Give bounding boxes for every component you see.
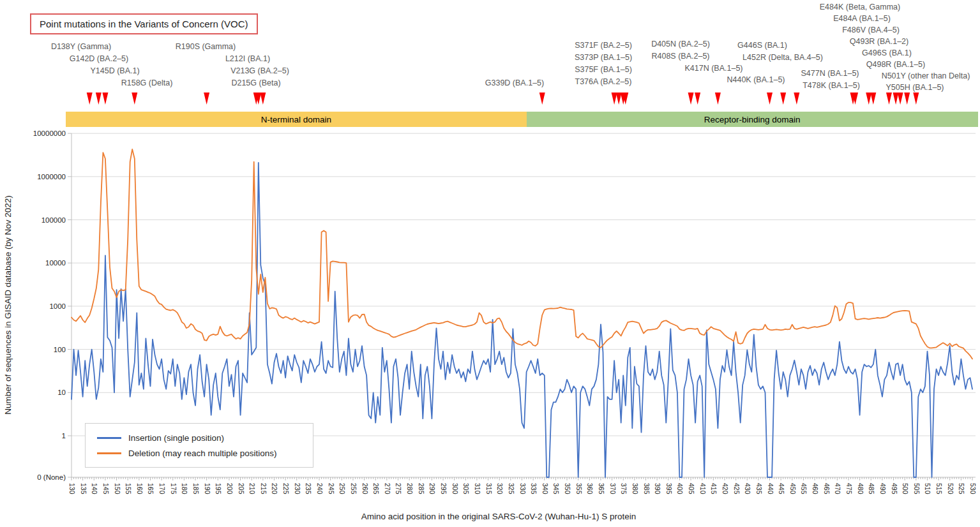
domain-bar-rbd: Receptor-binding domain (527, 112, 978, 127)
legend-item-deletion: Deletion (may reach multiple positions) (97, 449, 313, 458)
x-tick-label: 485 (868, 483, 875, 494)
x-tick-label: 465 (823, 483, 831, 494)
mutation-label: E484A (BA.1–5) (833, 14, 891, 23)
x-tick-label: 130 (68, 483, 76, 494)
x-tick-label: 440 (767, 483, 774, 494)
mutation-arrow-icon (898, 93, 903, 105)
x-tick-label: 340 (541, 483, 549, 494)
mutation-label: G339D (BA.1–5) (485, 78, 544, 87)
x-tick-label: 135 (80, 483, 87, 494)
x-tick-label: 180 (181, 483, 188, 494)
x-tick-label: 385 (643, 483, 651, 494)
x-tick-label: 505 (913, 483, 921, 494)
y-axis-title: Number of sequences in GISAID database (… (3, 195, 13, 415)
mutation-label: R408S (BA.2–5) (651, 52, 709, 61)
x-tick-label: 240 (316, 483, 324, 494)
mutation-label: G496S (BA.1) (862, 48, 912, 57)
x-tick-label: 400 (676, 483, 684, 494)
mutation-label: L212I (BA.1) (225, 54, 270, 63)
x-tick-label: 300 (451, 483, 459, 494)
x-tick-label: 390 (654, 483, 661, 494)
mutation-arrow-icon (780, 93, 786, 105)
mutation-arrow-icon (715, 93, 721, 105)
figure-title-box: Point mutations in the Variants of Conce… (30, 13, 258, 34)
x-tick-label: 500 (901, 483, 909, 494)
x-tick-label: 160 (136, 483, 144, 494)
x-tick-label: 305 (462, 483, 470, 494)
mutation-label: S375F (BA.1–5) (575, 65, 632, 74)
mutation-label: F486V (BA.4–5) (842, 26, 900, 34)
mutation-label: Q493R (BA.1–2) (850, 37, 908, 46)
x-tick-label: 325 (508, 483, 515, 494)
mutation-arrow-icon (904, 93, 910, 105)
x-tick-label: 275 (395, 483, 402, 494)
mutation-arrow-icon (616, 93, 622, 105)
mutation-label: D215G (Beta) (231, 78, 280, 87)
x-tick-label: 185 (192, 483, 200, 494)
domain-bar-ntd: N-terminal domain (66, 112, 526, 127)
y-tick-label: 1 (62, 432, 66, 440)
mutation-arrow-icon (794, 93, 799, 105)
x-tick-label: 140 (91, 483, 98, 494)
x-tick-label: 405 (688, 483, 695, 494)
mutation-arrow-icon (866, 93, 871, 105)
legend-label-insertion: Insertion (single position) (128, 433, 224, 443)
x-tick-label: 230 (294, 483, 301, 494)
x-tick-label: 375 (620, 483, 628, 494)
y-zero-label: 0 (None) (37, 473, 66, 481)
mutation-label: T376A (BA.2–5) (575, 77, 632, 86)
legend: Insertion (single position) Deletion (ma… (85, 423, 313, 468)
mutation-arrow-icon (96, 93, 102, 105)
x-tick-label: 520 (947, 483, 954, 494)
x-tick-label: 235 (305, 483, 312, 494)
mutation-arrow-icon (767, 93, 773, 105)
mutation-label: L452R (Delta, BA.4–5) (743, 53, 823, 62)
x-tick-label: 280 (406, 483, 414, 494)
x-tick-label: 380 (631, 483, 639, 494)
x-tick-label: 345 (552, 483, 560, 494)
deletion-series-line (72, 149, 972, 359)
mutation-label: E484K (Beta, Gamma) (820, 3, 900, 11)
x-tick-label: 475 (845, 483, 853, 494)
x-tick-label: 330 (519, 483, 527, 494)
mutation-label: R158G (Delta) (121, 78, 173, 87)
x-tick-label: 315 (485, 483, 493, 494)
x-tick-label: 370 (609, 483, 617, 494)
x-tick-label: 215 (260, 483, 268, 494)
x-tick-label: 260 (361, 483, 369, 494)
x-tick-label: 360 (586, 483, 594, 494)
mutation-arrow-icon (132, 93, 137, 105)
x-tick-label: 165 (147, 483, 155, 494)
x-tick-label: 430 (744, 483, 751, 494)
x-tick-label: 245 (328, 483, 335, 494)
x-tick-label: 145 (102, 483, 110, 494)
y-tick-label: 10 (57, 389, 66, 396)
x-tick-label: 320 (496, 483, 504, 494)
x-tick-label: 525 (958, 483, 965, 494)
mutation-arrow-icon (695, 93, 700, 105)
legend-label-deletion: Deletion (may reach multiple positions) (128, 449, 277, 458)
x-tick-label: 365 (598, 483, 605, 494)
mutation-label: S373P (BA.1–5) (575, 53, 632, 62)
mutation-label: T478K (BA.1–5) (803, 81, 860, 90)
figure-root: 1101001000100001000001000000100000000 (N… (0, 0, 980, 527)
x-tick-label: 170 (158, 483, 166, 494)
x-tick-label: 450 (789, 483, 797, 494)
mutation-label: Q498R (BA.1–5) (866, 60, 925, 69)
mutation-label: D138Y (Gamma) (51, 42, 111, 51)
x-tick-label: 190 (204, 483, 211, 494)
x-tick-label: 425 (733, 483, 741, 494)
mutation-label: Y145D (BA.1) (90, 66, 139, 75)
x-tick-label: 420 (721, 483, 729, 494)
mutation-arrow-icon (893, 93, 899, 105)
mutation-arrow-icon (260, 93, 266, 105)
y-tick-label: 100000 (41, 216, 66, 224)
mutation-arrow-icon (204, 93, 209, 105)
mutation-label: N440K (BA.1–5) (727, 75, 785, 84)
mutation-label: G142D (BA.2–5) (70, 54, 128, 63)
x-tick-label: 255 (350, 483, 358, 494)
y-tick-label: 10000 (45, 259, 66, 267)
y-tick-label: 1000 (49, 302, 66, 310)
mutation-label: N501Y (other than Delta) (882, 71, 970, 80)
domain-bar-label: N-terminal domain (261, 115, 331, 124)
